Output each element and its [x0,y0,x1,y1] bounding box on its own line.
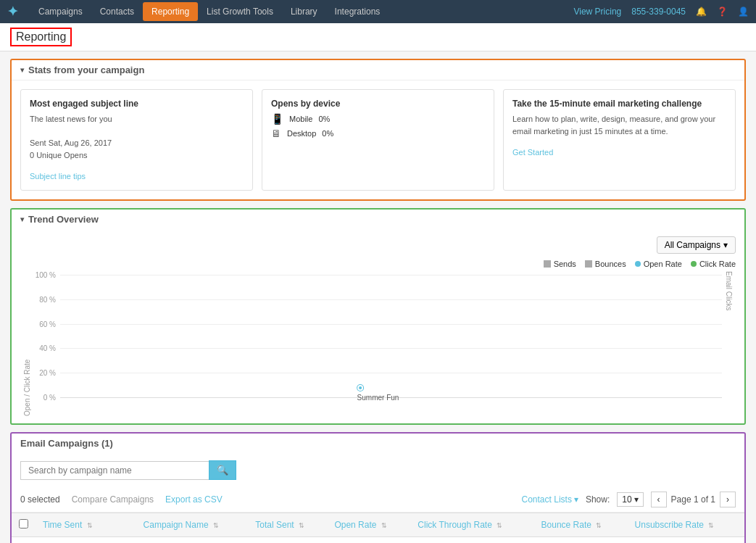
col-time-sent-label: Time Sent [43,520,82,530]
stats-header-label: Stats from your campaign [28,65,144,75]
user-icon[interactable]: 👤 [738,7,749,17]
nav-right: View Pricing 855-339-0045 🔔 ❓ 👤 [573,7,749,17]
chart-data-point-label: Summer Fun [357,394,399,402]
contact-lists-label: Contact Lists [522,494,572,505]
get-started-link[interactable]: Get Started [512,148,553,157]
nav-reporting[interactable]: Reporting [143,2,198,21]
bell-icon[interactable]: 🔔 [696,7,707,17]
sends-label: Sends [554,260,576,268]
grid-80: 80 % [34,296,722,304]
mobile-label: Mobile [289,115,312,123]
select-all-header[interactable] [12,513,36,537]
cell-campaign-name: Summer Fun [136,537,249,544]
search-button[interactable]: 🔍 [209,460,236,480]
cell-bounce-rate: 0% 0 [534,537,628,544]
all-campaigns-button[interactable]: All Campaigns ▾ [657,236,736,254]
prev-page-button[interactable]: ‹ [651,492,667,507]
main-content: ▾ Stats from your campaign Most engaged … [0,51,756,543]
most-engaged-card: Most engaged subject line The latest new… [20,89,253,191]
col-click-through-rate[interactable]: Click Through Rate ⇅ [410,513,533,537]
table-row: Fri, Aug 25, 2017 11:57 PM Summer Fun 4 … [12,537,744,544]
sends-legend-icon [544,260,551,268]
table-header-row: Time Sent ⇅ Campaign Name ⇅ Total Sent ⇅… [12,513,744,537]
show-select[interactable]: 10 ▾ [617,492,643,507]
contact-lists-button[interactable]: Contact Lists ▾ [522,494,578,505]
col-bounce-rate[interactable]: Bounce Rate ⇅ [534,513,628,537]
logo-icon[interactable]: ✦ [7,4,18,20]
search-input[interactable] [20,461,209,480]
stats-grid: Most engaged subject line The latest new… [12,80,744,199]
table-section-title: Email Campaigns (1) [20,438,113,449]
grid-100: 100 % [34,271,722,279]
col-campaign-name[interactable]: Campaign Name ⇅ [136,513,249,537]
trend-section: ▾ Trend Overview All Campaigns ▾ Sends B… [10,208,746,425]
next-page-button[interactable]: › [720,492,736,507]
question-icon[interactable]: ❓ [717,7,728,17]
col-total-sent[interactable]: Total Sent ⇅ [248,513,327,537]
legend-sends: Sends [544,260,576,268]
col-bounce-rate-label: Bounce Rate [541,520,591,530]
x-axis-label: Email Clicks [722,271,736,416]
stats-header[interactable]: ▾ Stats from your campaign [12,60,744,80]
top-navigation: ✦ Campaigns Contacts Reporting List Grow… [0,0,756,23]
page-title: Reporting [10,28,72,46]
export-csv-button[interactable]: Export as CSV [165,494,223,505]
subject-line-tips-link[interactable]: Subject line tips [30,172,86,181]
desktop-label: Desktop [287,129,316,138]
nav-list-growth[interactable]: List Growth Tools [198,2,282,21]
col-open-rate-label: Open Rate [334,520,376,530]
stats-chevron-icon: ▾ [20,66,24,74]
table-section-header: Email Campaigns (1) [12,434,744,453]
col-time-sent[interactable]: Time Sent ⇅ [36,513,136,537]
most-engaged-title: Most engaged subject line [30,99,244,109]
cell-total-sent: 4 0 [248,537,327,544]
total-sent-sort-icon: ⇅ [299,522,304,529]
open-rate-legend-label: Open Rate [644,260,682,268]
unsubscribe-rate-sort-icon: ⇅ [708,522,714,529]
trend-header[interactable]: ▾ Trend Overview [12,210,744,229]
show-label: Show: [586,494,610,505]
campaign-name-sort-icon: ⇅ [213,522,219,529]
open-rate-legend-icon [635,261,641,267]
table-toolbar: 🔍 [12,453,744,487]
grid-20: 20 % [34,369,722,377]
table-actions-bar: 0 selected Compare Campaigns Export as C… [12,487,744,513]
compare-campaigns-button: Compare Campaigns [72,494,154,505]
chart-legend: Sends Bounces Open Rate Click Rate [20,260,736,268]
desktop-icon: 🖥 [271,128,281,139]
trend-controls: All Campaigns ▾ [20,236,736,254]
page-header: Reporting [0,23,756,51]
col-campaign-name-label: Campaign Name [144,520,209,530]
cell-time-sent: Fri, Aug 25, 2017 11:57 PM [36,537,136,544]
bounce-rate-sort-icon: ⇅ [596,522,602,529]
opens-by-device-title: Opens by device [271,99,485,109]
mobile-row: 📱 Mobile 0% [271,113,485,125]
select-all-checkbox[interactable] [19,519,28,529]
nav-integrations[interactable]: Integrations [326,2,389,21]
nav-campaigns[interactable]: Campaigns [30,2,91,21]
col-click-rate-label: Click Through Rate [418,520,492,530]
nav-library[interactable]: Library [282,2,326,21]
stats-section: ▾ Stats from your campaign Most engaged … [10,59,746,201]
desktop-row: 🖥 Desktop 0% [271,128,485,139]
opens-by-device-card: Opens by device 📱 Mobile 0% 🖥 Desktop 0% [262,89,494,191]
desktop-pct: 0% [322,129,333,138]
phone-number: 855-339-0045 [631,7,686,17]
time-sent-sort-icon: ⇅ [87,522,93,529]
table-actions-right: Contact Lists ▾ Show: 10 ▾ ‹ Page 1 of 1… [522,492,736,507]
bounces-legend-icon [585,260,592,268]
nav-contacts[interactable]: Contacts [91,2,143,21]
legend-open-rate: Open Rate [635,260,682,268]
most-engaged-body: The latest news for you Sent Sat, Aug 26… [30,113,244,161]
col-unsubscribe-rate[interactable]: Unsubscribe Rate ⇅ [628,513,744,537]
view-pricing-link[interactable]: View Pricing [573,7,621,17]
col-open-rate[interactable]: Open Rate ⇅ [327,513,410,537]
all-campaigns-label: All Campaigns [665,240,720,250]
challenge-card: Take the 15-minute email marketing chall… [503,89,736,191]
cell-unsubscribe-rate: 0% 0 [628,537,744,544]
click-rate-legend-label: Click Rate [699,260,736,268]
nav-menu: Campaigns Contacts Reporting List Growth… [30,2,573,21]
contact-lists-chevron-icon: ▾ [574,494,578,505]
show-value: 10 [622,494,631,505]
row-checkbox-cell[interactable] [12,537,36,544]
